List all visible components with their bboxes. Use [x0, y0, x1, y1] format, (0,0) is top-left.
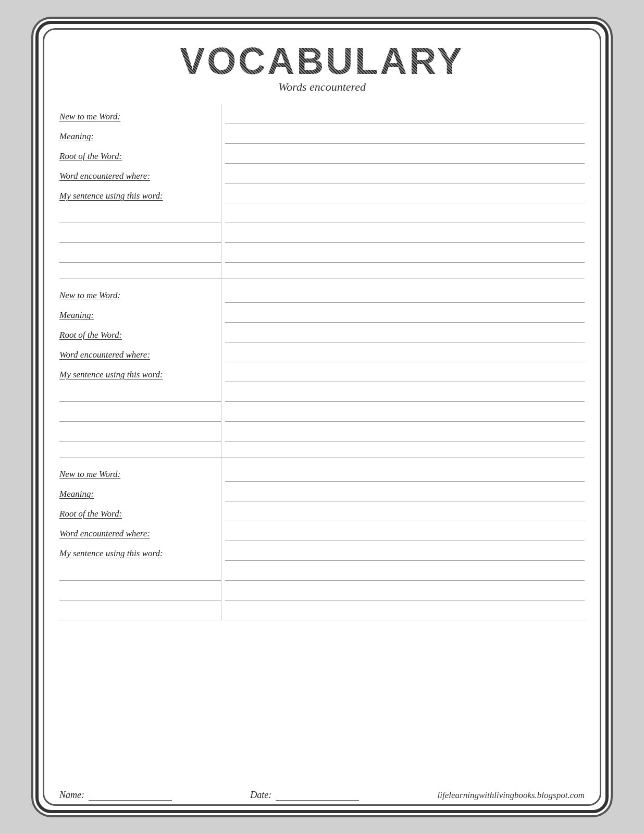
form-row: Root of the Word:: [59, 144, 585, 164]
blank-row: [59, 581, 585, 600]
field-label-root-1: Root of the Word:: [59, 151, 221, 164]
field-line[interactable]: [225, 148, 585, 164]
blank-right[interactable]: [225, 227, 585, 243]
form-row: Word encountered where:: [59, 342, 585, 362]
blank-right[interactable]: [225, 406, 585, 422]
blank-left[interactable]: [59, 585, 221, 600]
form-row: Word encountered where:: [59, 164, 585, 183]
field-label-where-1: Word encountered where:: [59, 171, 221, 183]
field-line[interactable]: [225, 486, 585, 501]
form-row: Meaning:: [59, 482, 585, 501]
field-line[interactable]: [225, 307, 585, 323]
blank-row: [59, 223, 585, 243]
field-label-meaning-1: Meaning:: [59, 131, 221, 144]
field-label-new-word-1: New to me Word:: [59, 112, 221, 124]
page-header: VOCABULARY Words encountered: [59, 34, 585, 94]
blank-left[interactable]: [59, 426, 221, 441]
field-line[interactable]: [225, 128, 585, 144]
footer-date: Date:: [250, 789, 359, 801]
date-line[interactable]: [276, 789, 359, 801]
blank-row: [59, 243, 585, 263]
form-row: My sentence using this word:: [59, 541, 585, 561]
form-row: Word encountered where:: [59, 521, 585, 541]
blank-row: [59, 600, 585, 620]
blank-right[interactable]: [225, 207, 585, 223]
blank-left[interactable]: [59, 227, 221, 243]
form-row: Meaning:: [59, 124, 585, 144]
page-footer: Name: Date: lifelearningwithlivingbooks.…: [59, 789, 585, 801]
form-row: New to me Word:: [59, 462, 585, 482]
form-row: Root of the Word:: [59, 501, 585, 521]
blank-row: [59, 382, 585, 402]
field-label-where-3: Word encountered where:: [59, 529, 221, 541]
field-line[interactable]: [225, 466, 585, 482]
field-label-meaning-3: Meaning:: [59, 489, 221, 501]
blank-row: [59, 402, 585, 422]
field-label-sentence-3: My sentence using this word:: [59, 548, 221, 561]
blank-right[interactable]: [225, 565, 585, 581]
blank-row: [59, 422, 585, 441]
field-line[interactable]: [225, 525, 585, 541]
website-text: lifelearningwithlivingbooks.blogspot.com: [438, 790, 585, 801]
field-line[interactable]: [225, 545, 585, 561]
page: VOCABULARY Words encountered New to me W…: [35, 21, 609, 813]
footer-name: Name:: [59, 789, 172, 801]
blank-right[interactable]: [225, 426, 585, 441]
form-row: New to me Word:: [59, 283, 585, 303]
form-row: Root of the Word:: [59, 323, 585, 342]
field-line[interactable]: [225, 347, 585, 362]
field-label-root-2: Root of the Word:: [59, 330, 221, 342]
field-line[interactable]: [225, 188, 585, 203]
blank-left[interactable]: [59, 207, 221, 223]
blank-right[interactable]: [225, 247, 585, 263]
field-label-sentence-1: My sentence using this word:: [59, 191, 221, 203]
field-line[interactable]: [225, 287, 585, 303]
form-row: My sentence using this word:: [59, 362, 585, 382]
blank-left[interactable]: [59, 247, 221, 263]
name-label: Name:: [59, 790, 84, 801]
word-section-2: New to me Word: Meaning: Root of the Wor…: [59, 278, 585, 441]
word-section-3: New to me Word: Meaning: Root of the Wor…: [59, 457, 585, 620]
field-label-new-word-2: New to me Word:: [59, 290, 221, 303]
spacer: [59, 263, 585, 274]
blank-right[interactable]: [225, 605, 585, 620]
blank-right[interactable]: [225, 386, 585, 402]
blank-right[interactable]: [225, 585, 585, 600]
word-section-1: New to me Word: Meaning: Root of the Wor…: [59, 104, 585, 263]
blank-row: [59, 203, 585, 223]
form-row: Meaning:: [59, 303, 585, 323]
blank-left[interactable]: [59, 406, 221, 422]
blank-left[interactable]: [59, 386, 221, 402]
field-label-where-2: Word encountered where:: [59, 350, 221, 362]
form-row: New to me Word:: [59, 104, 585, 124]
field-line[interactable]: [225, 327, 585, 342]
field-label-new-word-3: New to me Word:: [59, 469, 221, 482]
field-label-sentence-2: My sentence using this word:: [59, 370, 221, 382]
page-title: VOCABULARY: [180, 40, 464, 82]
field-line[interactable]: [225, 506, 585, 521]
field-line[interactable]: [225, 108, 585, 124]
field-line[interactable]: [225, 168, 585, 183]
field-label-meaning-2: Meaning:: [59, 310, 221, 323]
field-line[interactable]: [225, 366, 585, 382]
content-area: New to me Word: Meaning: Root of the Wor…: [59, 104, 585, 620]
page-subtitle: Words encountered: [59, 80, 585, 94]
field-label-root-3: Root of the Word:: [59, 509, 221, 521]
spacer: [59, 441, 585, 453]
blank-left[interactable]: [59, 565, 221, 581]
name-line[interactable]: [89, 789, 172, 801]
blank-row: [59, 561, 585, 581]
date-label: Date:: [250, 790, 271, 801]
form-row: My sentence using this word:: [59, 183, 585, 203]
blank-left[interactable]: [59, 605, 221, 620]
